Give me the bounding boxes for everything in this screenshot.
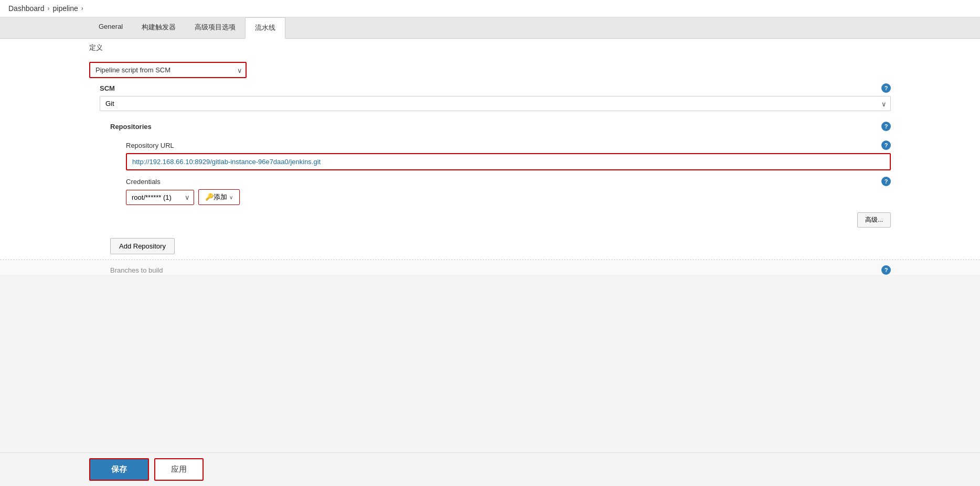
credentials-select[interactable]: root/****** (1) <box>126 190 194 205</box>
credentials-label: Credentials <box>126 178 161 186</box>
repositories-help-icon[interactable]: ? <box>881 122 891 131</box>
bottom-bar: 保存 应用 <box>0 452 980 482</box>
tab-build-triggers[interactable]: 构建触发器 <box>132 17 185 39</box>
key-icon: 🔑添加 <box>205 192 227 202</box>
pipeline-script-select[interactable]: Pipeline script Pipeline script from SCM <box>89 62 247 78</box>
scm-section: SCM ? None Git ∨ <box>0 78 980 111</box>
save-button[interactable]: 保存 <box>89 458 149 481</box>
scm-label: SCM <box>100 84 115 92</box>
advanced-button[interactable]: 高级... <box>857 212 891 228</box>
branches-label: Branches to build <box>110 266 163 274</box>
branches-section: Branches to build ? <box>0 260 980 275</box>
tab-advanced-options[interactable]: 高级项目选项 <box>185 17 245 39</box>
scm-help-icon[interactable]: ? <box>881 83 891 93</box>
credentials-row: root/****** (1) ∨ 🔑添加 ∨ <box>126 189 891 205</box>
definition-section: Pipeline script Pipeline script from SCM… <box>0 57 980 78</box>
add-repo-area: Add Repository <box>0 233 980 260</box>
pipeline-script-row: Pipeline script Pipeline script from SCM… <box>89 62 891 78</box>
breadcrumb-arrow-2: › <box>81 5 83 12</box>
credentials-select-wrapper: root/****** (1) ∨ <box>126 190 194 205</box>
repo-url-label-row: Repository URL ? <box>126 141 891 150</box>
repo-url-section: Repository URL ? <box>110 135 891 170</box>
main-wrapper: General 构建触发器 高级项目选项 流水线 定义 Pipeline scr… <box>0 17 980 482</box>
tab-general[interactable]: General <box>89 17 132 39</box>
content-panel: 定义 Pipeline script Pipeline script from … <box>0 39 980 275</box>
repositories-label: Repositories <box>110 123 152 131</box>
tab-pipeline[interactable]: 流水线 <box>245 17 285 39</box>
add-repository-button[interactable]: Add Repository <box>110 238 175 254</box>
repositories-section: Repositories ? Repository URL ? Credenti… <box>0 116 980 205</box>
git-select-wrapper: None Git ∨ <box>100 96 891 111</box>
add-credentials-button[interactable]: 🔑添加 ∨ <box>198 189 240 205</box>
repo-url-help-icon[interactable]: ? <box>881 141 891 150</box>
definition-label: 定义 <box>0 39 980 57</box>
branches-label-row: Branches to build ? <box>110 265 891 275</box>
credentials-section: Credentials ? root/****** (1) ∨ 🔑添加 ∨ <box>110 170 891 205</box>
breadcrumb-dashboard[interactable]: Dashboard <box>8 4 45 13</box>
scm-label-row: SCM ? <box>100 83 891 93</box>
tab-bar: General 构建触发器 高级项目选项 流水线 <box>0 17 980 39</box>
pipeline-script-select-wrapper: Pipeline script Pipeline script from SCM… <box>89 62 247 78</box>
repo-url-label: Repository URL <box>126 142 174 149</box>
repos-label-row: Repositories ? <box>110 122 891 131</box>
breadcrumb-arrow-1: › <box>48 5 50 12</box>
branches-help-icon[interactable]: ? <box>881 265 891 275</box>
add-btn-caret-icon: ∨ <box>229 195 233 200</box>
credentials-help-icon[interactable]: ? <box>881 177 891 186</box>
credentials-label-row: Credentials ? <box>126 177 891 186</box>
breadcrumb-pipeline[interactable]: pipeline <box>53 4 78 13</box>
scm-select[interactable]: None Git <box>100 96 891 111</box>
advanced-area: 高级... <box>0 205 980 233</box>
breadcrumb-bar: Dashboard › pipeline › <box>0 0 980 17</box>
repo-url-input[interactable] <box>126 153 891 170</box>
apply-button[interactable]: 应用 <box>154 458 204 481</box>
